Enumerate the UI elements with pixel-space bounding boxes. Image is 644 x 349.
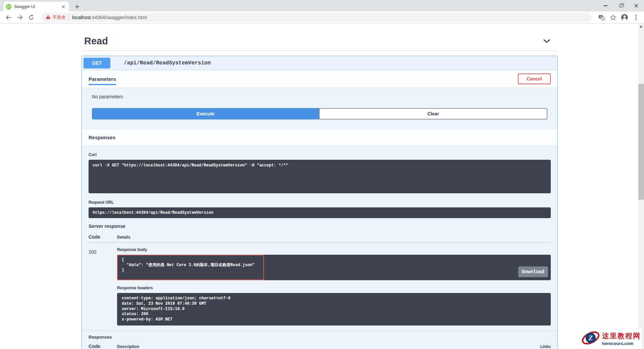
section-divider xyxy=(82,330,557,331)
request-url-label: Request URL xyxy=(89,200,551,205)
responses-body: Curl curl -X GET "https://localhost:4430… xyxy=(82,146,557,349)
svg-text:A: A xyxy=(602,17,604,20)
details-column-header: Details xyxy=(117,235,551,240)
tab-title: Swagger UI xyxy=(14,4,61,9)
url-text: localhost:44304/swagger/index.html xyxy=(72,15,147,20)
swagger-favicon-icon xyxy=(6,4,11,9)
doc-responses-label: Responses xyxy=(89,335,551,340)
doc-responses-table-header: Code Description Links xyxy=(89,344,551,349)
response-body-label: Response body xyxy=(117,247,551,252)
status-code: 200 xyxy=(89,247,117,326)
responses-title: Responses xyxy=(89,135,115,140)
collapse-chevron-down-icon[interactable] xyxy=(543,38,550,44)
opblock-summary[interactable]: GET /api/Read/ReadSystemVersion xyxy=(82,56,557,70)
opblock-get: GET /api/Read/ReadSystemVersion Paramete… xyxy=(82,56,558,349)
watermark-site-name: 这里教程网 xyxy=(602,331,641,341)
watermark-text: 这里教程网 herecours.com xyxy=(602,331,641,346)
scrollbar-up-arrow-icon[interactable] xyxy=(640,26,642,28)
doc-code-column-header: Code xyxy=(89,344,117,349)
translate-icon[interactable]: 文 A xyxy=(597,13,606,22)
response-body-block: { "data": "使用的是.Net Core 3.0的版本,项目名称是Rea… xyxy=(117,255,551,280)
download-button[interactable]: Download xyxy=(518,266,548,277)
window-restore-button[interactable] xyxy=(613,0,629,11)
response-headers-label: Response headers xyxy=(117,286,551,290)
no-parameters-text: No parameters xyxy=(92,94,547,99)
bookmark-star-icon[interactable] xyxy=(608,13,618,22)
security-warning-icon[interactable] xyxy=(46,15,51,20)
browser-toolbar: 不安全 localhost:44304/swagger/index.html 文… xyxy=(0,11,644,23)
curl-label: Curl xyxy=(89,152,551,157)
swagger-page: Read GET /api/Read/ReadSystemVersion Par… xyxy=(0,23,644,349)
cancel-button[interactable]: Cancel xyxy=(518,73,551,84)
response-headers-block: content-type: application/json; charset=… xyxy=(117,293,551,326)
curl-command-block[interactable]: curl -X GET "https://localhost:44304/api… xyxy=(89,160,551,193)
forward-icon[interactable] xyxy=(15,12,25,22)
parameters-body: No parameters Execute Clear xyxy=(82,88,557,130)
clear-button[interactable]: Clear xyxy=(319,108,547,119)
address-bar[interactable]: 不安全 localhost:44304/swagger/index.html xyxy=(41,13,592,22)
tag-title: Read xyxy=(84,36,108,47)
execute-row: Execute Clear xyxy=(87,108,553,119)
server-response-row: 200 Response body { "data": "使用的是.Net Co… xyxy=(89,243,551,326)
browser-window: Swagger UI 不安 xyxy=(0,0,644,349)
doc-description-column-header: Description xyxy=(117,344,540,349)
tag-section-header[interactable]: Read xyxy=(82,36,558,51)
reload-icon[interactable] xyxy=(26,12,36,22)
window-close-button[interactable] xyxy=(629,0,644,11)
window-controls xyxy=(598,0,644,11)
watermark-site-domain: herecours.com xyxy=(602,341,641,346)
scrollbar-thumb[interactable] xyxy=(638,84,644,200)
request-url-block: https://localhost:44304/api/Read/ReadSys… xyxy=(89,207,551,218)
browser-tab[interactable]: Swagger UI xyxy=(3,2,69,11)
tab-close-icon[interactable] xyxy=(61,4,66,9)
back-icon[interactable] xyxy=(3,12,13,22)
parameters-tab[interactable]: Parameters xyxy=(89,76,116,85)
response-details-cell: Response body { "data": "使用的是.Net Core 3… xyxy=(117,247,551,326)
execute-button[interactable]: Execute xyxy=(92,108,319,119)
response-body-json[interactable]: { "data": "使用的是.Net Core 3.0的版本,项目名称是Rea… xyxy=(117,255,264,280)
window-minimize-button[interactable] xyxy=(598,0,613,11)
parameters-header-row: Parameters Cancel xyxy=(82,70,557,88)
security-label: 不安全 xyxy=(53,14,66,20)
http-method-badge: GET xyxy=(84,58,110,68)
watermark-logo-icon: Z xyxy=(581,330,600,348)
svg-text:Z: Z xyxy=(588,334,593,342)
doc-links-column-header: Links xyxy=(540,344,551,349)
new-tab-button[interactable] xyxy=(73,3,81,11)
profile-avatar-icon[interactable] xyxy=(620,13,629,22)
code-column-header: Code xyxy=(89,234,117,240)
menu-kebab-icon[interactable] xyxy=(631,13,641,22)
tab-strip: Swagger UI xyxy=(0,0,644,11)
responses-header-row: Responses xyxy=(82,130,557,146)
watermark: Z 这里教程网 herecours.com xyxy=(580,329,642,348)
endpoint-path: /api/Read/ReadSystemVersion xyxy=(124,60,211,66)
page-scrollbar[interactable] xyxy=(638,23,644,349)
server-response-label: Server response xyxy=(89,223,551,229)
address-separator xyxy=(68,15,69,20)
server-response-table-header: Code Details xyxy=(89,234,551,243)
